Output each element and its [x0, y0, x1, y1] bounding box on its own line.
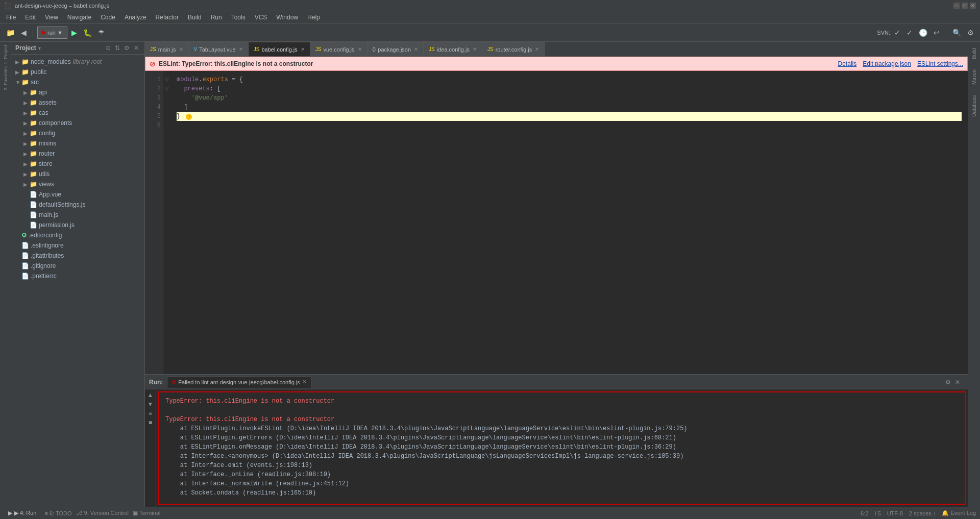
tab-package-json[interactable]: {} package.json ✕: [368, 42, 424, 56]
tab-close-router[interactable]: ✕: [535, 46, 539, 52]
tab-close-main-js[interactable]: ✕: [179, 46, 183, 52]
panel-gear-btn[interactable]: ⚙: [122, 44, 131, 52]
tree-item-mixins[interactable]: ▶ 📁 mixins: [11, 138, 144, 149]
run-debug-button[interactable]: 🐛: [81, 28, 94, 38]
right-tab-database[interactable]: Database: [970, 91, 978, 121]
close-button[interactable]: ✕: [970, 3, 976, 9]
folder-icon-public: 📁: [21, 68, 29, 76]
tree-item-api[interactable]: ▶ 📁 api: [11, 87, 144, 97]
tree-item-gitattributes[interactable]: 📄 .gitattributes: [11, 251, 144, 261]
error-bar-details-link[interactable]: Details: [838, 60, 857, 67]
tab-main-js[interactable]: JS main.js ✕: [145, 42, 189, 56]
toolbar-search-btn[interactable]: 🔍: [950, 28, 963, 38]
minimize-button[interactable]: —: [953, 3, 960, 9]
right-tab-build[interactable]: Build: [970, 44, 978, 63]
panel-sort-btn[interactable]: ⇅: [113, 44, 121, 52]
run-config-button[interactable]: ▶ run ▼: [37, 27, 67, 39]
tree-item-src[interactable]: ▼ 📁 src: [11, 77, 144, 87]
error-bar-settings-link[interactable]: ESLint settings...: [917, 60, 963, 67]
output-line-8: at Interface.emit (events.js:198:13): [165, 461, 959, 470]
toolbar-back-btn[interactable]: ◀: [19, 28, 29, 38]
code-editor[interactable]: 1 2 3 4 5 6 ▽ ▽ module.exports = { prese…: [145, 71, 968, 374]
tree-item-views[interactable]: ▶ 📁 views: [11, 179, 144, 189]
menu-build[interactable]: Build: [184, 13, 206, 22]
tree-item-utils[interactable]: ▶ 📁 utils: [11, 169, 144, 179]
tree-item-editorconfig[interactable]: ⚙ .editorconfig: [11, 230, 144, 240]
menu-run[interactable]: Run: [207, 13, 226, 22]
menu-refactor[interactable]: Refactor: [152, 13, 183, 22]
tree-item-router[interactable]: ▶ 📁 router: [11, 149, 144, 159]
tree-item-eslintignore[interactable]: 📄 .eslintignore: [11, 240, 144, 251]
svn-clock-btn[interactable]: 🕒: [917, 28, 929, 38]
run-side-stop[interactable]: ■: [149, 419, 152, 426]
tree-item-main-js[interactable]: 📄 main.js: [11, 210, 144, 220]
toolbar-folder-btn[interactable]: 📁: [4, 28, 17, 38]
run-side-down[interactable]: ▼: [148, 401, 154, 408]
svn-undo-btn[interactable]: ↩: [932, 28, 942, 38]
main-layout: 1: Project 2: Favorites Project ▾ ⊙ ⇅ ⚙ …: [0, 42, 980, 507]
tree-item-assets[interactable]: ▶ 📁 assets: [11, 97, 144, 108]
menu-vcs[interactable]: VCS: [251, 13, 272, 22]
panel-dropdown-icon[interactable]: ▾: [38, 45, 41, 51]
menu-tools[interactable]: Tools: [227, 13, 250, 22]
status-terminal-btn[interactable]: ▣ Terminal: [133, 510, 160, 516]
run-side-filter[interactable]: ≡: [149, 410, 152, 417]
file-icon-gitattributes: 📄: [21, 252, 29, 259]
panel-locate-btn[interactable]: ⊙: [104, 44, 112, 52]
menu-help[interactable]: Help: [303, 13, 324, 22]
tree-item-store[interactable]: ▶ 📁 store: [11, 159, 144, 169]
svn-check2-btn[interactable]: ✓: [904, 28, 915, 38]
menu-window[interactable]: Window: [272, 13, 302, 22]
tree-item-config[interactable]: ▶ 📁 config: [11, 128, 144, 138]
left-strip-favorites[interactable]: 2: Favorites: [2, 65, 9, 91]
run-coverage-button[interactable]: ☂: [96, 28, 107, 38]
menu-file[interactable]: File: [2, 13, 20, 22]
panel-close-btn[interactable]: ✕: [132, 44, 140, 52]
menu-view[interactable]: View: [41, 13, 62, 22]
status-spaces[interactable]: 2 spaces ↑: [909, 510, 936, 516]
status-encoding[interactable]: UTF-8: [887, 510, 903, 516]
tab-close-idea[interactable]: ✕: [473, 46, 477, 52]
run-tab-close[interactable]: ✕: [302, 379, 307, 385]
maximize-button[interactable]: □: [962, 3, 968, 9]
tab-router-config[interactable]: JS router.config.js ✕: [482, 42, 545, 56]
status-event-log[interactable]: 🔔 Event Log: [942, 510, 976, 516]
tree-item-prettierrc[interactable]: 📄 .prettierrc: [11, 271, 144, 281]
tree-item-node-modules[interactable]: ▶ 📁 node_modules library root: [11, 57, 144, 67]
run-side-up[interactable]: ▲: [148, 391, 154, 399]
tab-tablayout-vue[interactable]: V TabLayout.vue ✕: [189, 42, 249, 56]
tree-item-cas[interactable]: ▶ 📁 cas: [11, 108, 144, 118]
tab-vue-config[interactable]: JS vue.config.js ✕: [310, 42, 368, 56]
tab-babel-config[interactable]: JS babel.config.js ✕: [249, 42, 310, 56]
run-tab-lint[interactable]: ⊘ Failed to lint ant-design-vue-jeecg\ba…: [167, 377, 311, 388]
toolbar-settings-btn[interactable]: ⚙: [965, 28, 976, 38]
status-todo-btn[interactable]: ≡ 6: TODO: [44, 510, 71, 516]
run-toolbar-close[interactable]: ✕: [953, 378, 962, 386]
menu-code[interactable]: Code: [96, 13, 119, 22]
menu-edit[interactable]: Edit: [21, 13, 40, 22]
fold-btn-2[interactable]: ▽: [163, 84, 170, 93]
svn-check-btn[interactable]: ✓: [892, 28, 902, 38]
tree-item-permission[interactable]: 📄 permission.js: [11, 220, 144, 230]
tab-close-tablayout[interactable]: ✕: [239, 46, 243, 52]
tab-idea-config[interactable]: JS idea.config.js ✕: [424, 42, 482, 56]
tab-close-package[interactable]: ✕: [414, 46, 418, 52]
menu-navigate[interactable]: Navigate: [63, 13, 95, 22]
tree-item-public[interactable]: ▶ 📁 public: [11, 67, 144, 77]
fold-btn-1[interactable]: ▽: [163, 75, 170, 84]
right-tab-maven[interactable]: Maven: [970, 65, 978, 89]
tree-item-components[interactable]: ▶ 📁 components: [11, 118, 144, 128]
code-content[interactable]: module.exports = { presets: [ '@vue/app'…: [170, 71, 968, 374]
tree-item-app-vue[interactable]: 📄 App.vue: [11, 189, 144, 200]
run-play-button[interactable]: ▶: [69, 28, 79, 38]
tab-close-vue-config[interactable]: ✕: [358, 46, 362, 52]
status-run-btn[interactable]: ▶ ▶ 4: Run: [4, 510, 40, 516]
error-bar-edit-package-link[interactable]: Edit package.json: [863, 60, 911, 67]
menu-analyze[interactable]: Analyze: [120, 13, 151, 22]
tab-close-babel[interactable]: ✕: [301, 46, 305, 52]
tree-item-default-settings[interactable]: 📄 defaultSettings.js: [11, 200, 144, 210]
tree-item-gitignore[interactable]: 📄 .gitignore: [11, 261, 144, 271]
run-toolbar-settings[interactable]: ⚙: [944, 378, 952, 386]
left-strip-project[interactable]: 1: Project: [2, 44, 9, 65]
status-version-control-btn[interactable]: ⎇ 9: Version Control: [76, 510, 129, 516]
